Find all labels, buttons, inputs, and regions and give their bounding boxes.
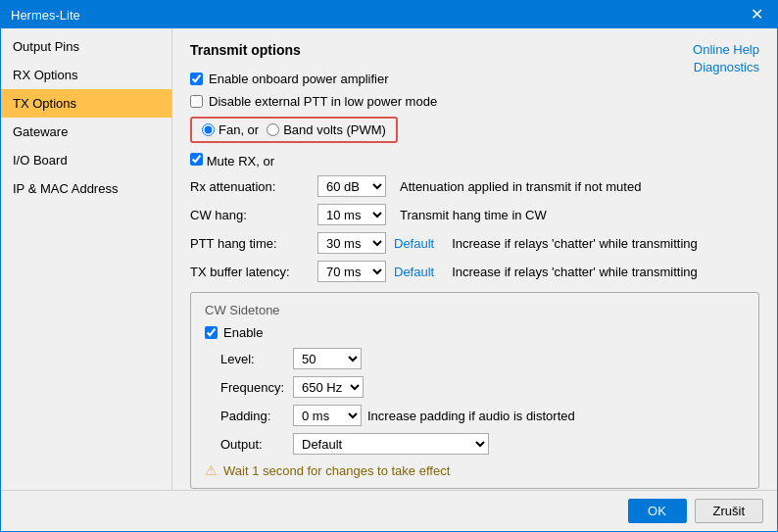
content-area: Output Pins RX Options TX Options Gatewa… [1,28,777,490]
fan-radio-label[interactable]: Fan, or [202,122,259,137]
disable-ptt-row: Disable external PTT in low power mode [190,94,437,109]
band-volts-radio-label[interactable]: Band volts (PWM) [267,122,386,137]
ptt-hang-desc: Increase if relays 'chatter' while trans… [452,236,698,251]
sidetone-freq-select[interactable]: 650 Hz [293,376,364,398]
sidetone-padding-select[interactable]: 0 ms [293,405,362,426]
sidetone-level-label: Level: [205,352,293,366]
rx-attenuation-select[interactable]: 60 dB [317,175,386,197]
rx-attenuation-label: Rx attenuation: [190,179,317,194]
diagnostics-link[interactable]: Diagnostics [694,60,759,74]
sidetone-output-row: Output: Default [205,433,745,455]
sidetone-output-select[interactable]: Default [293,433,489,455]
cw-sidetone-enable-checkbox[interactable] [205,326,218,339]
sidebar-item-output-pins[interactable]: Output Pins [1,32,171,61]
cw-hang-control: 10 ms Transmit hang time in CW [317,204,547,225]
close-button[interactable]: ✕ [747,7,767,23]
sidetone-freq-label: Frequency: [205,380,293,395]
rx-attenuation-row: Rx attenuation: 60 dB Attenuation applie… [190,175,759,197]
main-panel: Transmit options Enable onboard power am… [172,28,777,490]
mute-rx-checkbox[interactable] [190,153,203,166]
sidetone-level-select[interactable]: 50 [293,348,362,369]
cw-hang-row: CW hang: 10 ms Transmit hang time in CW [190,204,759,225]
ptt-hang-select[interactable]: 30 ms [317,232,386,254]
tx-buffer-desc: Increase if relays 'chatter' while trans… [452,265,698,279]
sidebar: Output Pins RX Options TX Options Gatewa… [1,28,172,490]
sidebar-item-io-board[interactable]: I/O Board [1,146,171,174]
main-window: Hermes-Lite ✕ Output Pins RX Options TX … [0,0,778,532]
tx-buffer-select[interactable]: 70 ms [317,261,386,282]
fan-band-radio-group: Fan, or Band volts (PWM) [190,117,398,143]
cw-hang-select[interactable]: 10 ms [317,204,386,225]
cw-sidetone-enable-label[interactable]: Enable [205,325,263,340]
sidetone-freq-row: Frequency: 650 Hz [205,376,745,398]
title-bar: Hermes-Lite ✕ [1,1,777,28]
sidebar-item-tx-options[interactable]: TX Options [1,89,171,118]
disable-ptt-label[interactable]: Disable external PTT in low power mode [190,94,437,109]
enable-pa-checkbox[interactable] [190,73,203,85]
ptt-hang-label: PTT hang time: [190,236,317,251]
cw-sidetone-box: CW Sidetone Enable Level: 50 [190,292,759,489]
band-volts-radio[interactable] [267,123,279,136]
window-title: Hermes-Lite [11,8,80,23]
rx-attenuation-control: 60 dB Attenuation applied in transmit if… [317,175,641,197]
mute-rx-label[interactable]: Mute RX, or [190,153,274,169]
ptt-hang-default-link[interactable]: Default [394,236,434,251]
sidetone-output-label: Output: [205,437,293,452]
footer: OK Zrušit [1,490,777,531]
ptt-hang-control: 30 ms Default Increase if relays 'chatte… [317,232,698,254]
fan-radio[interactable] [202,123,215,136]
help-links-area: Online Help Diagnostics [693,42,759,74]
cancel-button[interactable]: Zrušit [695,499,764,523]
warning-icon: ⚠ [205,462,218,478]
tx-buffer-control: 70 ms Default Increase if relays 'chatte… [317,261,698,282]
ok-button[interactable]: OK [628,499,687,523]
online-help-link[interactable]: Online Help [693,42,759,57]
cw-sidetone-enable-row: Enable [205,325,745,340]
rx-attenuation-desc: Attenuation applied in transmit if not m… [400,179,641,194]
cw-hang-label: CW hang: [190,208,317,222]
sidetone-padding-label: Padding: [205,409,293,423]
sidetone-padding-desc: Increase padding if audio is distorted [367,409,575,423]
sidetone-level-row: Level: 50 [205,348,745,369]
enable-pa-row: Enable onboard power amplifier [190,72,437,86]
tx-buffer-default-link[interactable]: Default [394,265,434,279]
tx-buffer-row: TX buffer latency: 70 ms Default Increas… [190,261,759,282]
ptt-hang-row: PTT hang time: 30 ms Default Increase if… [190,232,759,254]
sidebar-item-ip-mac[interactable]: IP & MAC Address [1,174,171,203]
disable-ptt-checkbox[interactable] [190,95,203,108]
mute-rx-row: Mute RX, or [190,153,759,169]
cw-hang-desc: Transmit hang time in CW [400,208,547,222]
sidetone-padding-row: Padding: 0 ms Increase padding if audio … [205,405,745,426]
tx-buffer-label: TX buffer latency: [190,265,317,279]
section-title: Transmit options [190,42,437,58]
sidetone-warning-row: ⚠ Wait 1 second for changes to take effe… [205,462,745,478]
sidetone-warning-text: Wait 1 second for changes to take effect [223,463,450,478]
cw-sidetone-title: CW Sidetone [205,303,745,317]
sidebar-item-gateware[interactable]: Gateware [1,118,171,146]
enable-pa-label[interactable]: Enable onboard power amplifier [190,72,389,86]
sidebar-item-rx-options[interactable]: RX Options [1,61,171,89]
